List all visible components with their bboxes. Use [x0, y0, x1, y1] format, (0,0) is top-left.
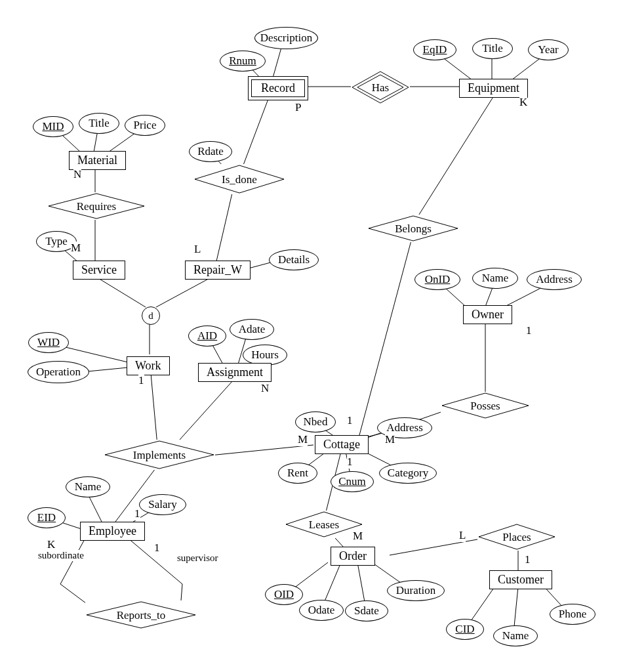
svg-line-25	[156, 276, 213, 307]
card-n-mat: N	[73, 168, 81, 181]
role-subordinate: subordinate	[38, 550, 84, 561]
card-work-1: 1	[138, 374, 144, 387]
card-leases-1: 1	[347, 455, 353, 469]
attr-cid: CID	[446, 619, 484, 640]
card-emp-1: 1	[134, 507, 140, 520]
card-belongs-1: 1	[347, 414, 353, 427]
card-impl-m: M	[298, 433, 308, 446]
entity-record: Record	[248, 76, 308, 100]
entity-assignment: Assignment	[198, 363, 272, 382]
attr-eid: EID	[28, 507, 66, 528]
attr-details: Details	[269, 249, 319, 270]
entity-material: Material	[69, 151, 126, 170]
attr-name-cust: Name	[493, 625, 538, 646]
attr-nbed: Nbed	[295, 411, 336, 432]
svg-line-13	[243, 94, 270, 167]
attr-duration: Duration	[387, 580, 445, 601]
entity-customer: Customer	[489, 570, 552, 589]
svg-line-15	[216, 190, 233, 261]
entity-owner: Owner	[463, 305, 512, 324]
entity-service: Service	[73, 261, 125, 280]
attr-oid: OID	[265, 584, 303, 605]
card-m-req: M	[71, 242, 81, 255]
rel-implements: Implements	[104, 440, 215, 470]
rel-is-done: Is_done	[193, 164, 285, 194]
entity-equipment: Equipment	[459, 79, 528, 98]
svg-line-32	[151, 373, 157, 446]
attr-sdate: Sdate	[345, 600, 388, 621]
attr-eqid: EqID	[413, 39, 456, 60]
card-owner-1: 1	[526, 324, 532, 337]
card-posses-m: M	[385, 433, 395, 446]
card-emp-k: K	[47, 538, 55, 551]
card-cust-1: 1	[525, 553, 531, 566]
rel-belongs: Belongs	[367, 215, 459, 242]
attr-operation: Operation	[28, 361, 89, 383]
attr-title-eq: Title	[472, 38, 513, 59]
svg-line-33	[174, 381, 233, 446]
entity-employee: Employee	[80, 522, 145, 541]
card-p: P	[295, 101, 301, 114]
attr-year: Year	[528, 39, 569, 60]
rel-leases: Leases	[285, 511, 363, 538]
svg-line-50	[390, 537, 492, 555]
attr-aid: AID	[188, 326, 226, 346]
attr-name-emp: Name	[66, 476, 110, 497]
attr-mid: MID	[33, 116, 73, 137]
specialization-d: d	[142, 306, 160, 325]
attr-onid: OnID	[414, 269, 460, 290]
rel-has: Has	[351, 70, 410, 104]
card-order-m: M	[353, 530, 363, 543]
attr-rent: Rent	[278, 463, 317, 484]
attr-title-mat: Title	[79, 113, 119, 134]
attr-cnum: Cnum	[331, 471, 374, 492]
attr-odate: Odate	[299, 600, 344, 621]
svg-line-24	[95, 276, 146, 307]
role-supervisor: supervisor	[177, 553, 218, 564]
attr-salary: Salary	[139, 494, 186, 515]
attr-rnum: Rnum	[220, 51, 266, 72]
svg-line-34	[210, 445, 313, 455]
attr-description: Description	[254, 27, 318, 49]
card-k: K	[519, 96, 527, 109]
rel-requires: Requires	[47, 192, 146, 220]
svg-line-17	[414, 94, 495, 222]
svg-line-18	[359, 238, 412, 435]
attr-name-owner: Name	[472, 268, 518, 289]
rel-places: Places	[477, 523, 556, 551]
card-emp-rep-1: 1	[154, 541, 160, 555]
entity-repair-w: Repair_W	[185, 261, 251, 280]
attr-adate: Adate	[230, 319, 274, 340]
attr-phone: Phone	[550, 604, 595, 625]
rel-posses: Posses	[441, 392, 530, 419]
attr-wid: WID	[28, 332, 69, 353]
entity-work: Work	[127, 356, 170, 375]
rel-reports-to: Reports_to	[85, 600, 197, 629]
attr-address-owner: Address	[527, 269, 582, 290]
entity-cottage: Cottage	[315, 435, 369, 454]
card-assign-n: N	[261, 382, 269, 395]
card-l: L	[194, 243, 201, 256]
attr-category: Category	[379, 463, 437, 484]
attr-price: Price	[125, 115, 165, 136]
attr-rdate: Rdate	[189, 141, 232, 162]
entity-order: Order	[331, 547, 375, 566]
card-order-l: L	[459, 529, 466, 542]
